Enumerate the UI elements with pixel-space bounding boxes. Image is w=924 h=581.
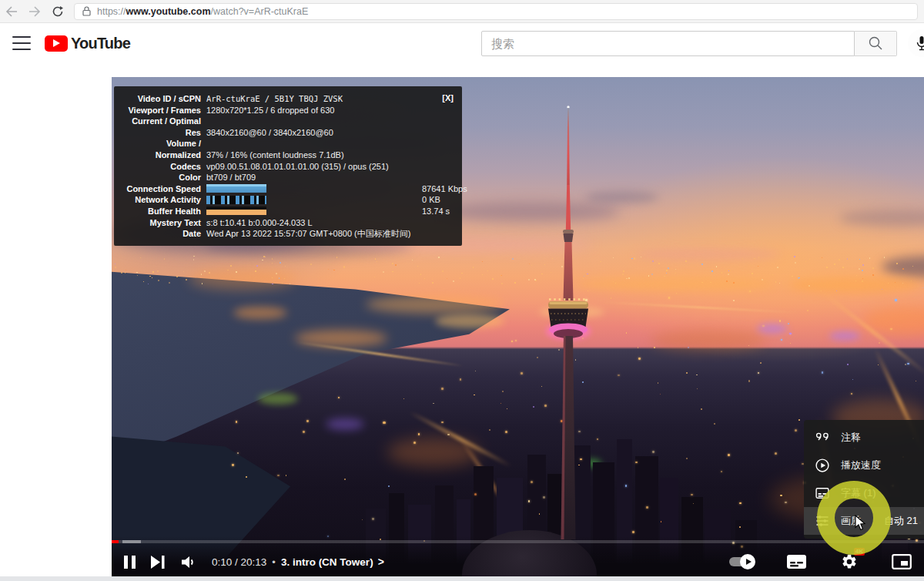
- city-light: [272, 263, 273, 264]
- stats-row: Connection Speed87641 Kbps: [122, 183, 454, 195]
- city-light: [246, 476, 247, 478]
- city-light: [204, 270, 206, 272]
- city-light-glow: [651, 330, 766, 351]
- player-control-bar: 0:10 / 20:13 • 3. intro (CN Tower) > 4K: [112, 547, 924, 576]
- stats-row: Codecsvp09.00.51.08.01.01.01.01.00 (315)…: [122, 161, 454, 173]
- city-light: [668, 297, 670, 298]
- city-light: [474, 395, 474, 395]
- city-light: [618, 374, 620, 377]
- next-button[interactable]: [151, 556, 166, 569]
- city-light: [888, 283, 889, 284]
- menu-hamburger-button[interactable]: [12, 36, 31, 50]
- city-light: [461, 273, 462, 274]
- stats-label: Buffer Health: [122, 206, 201, 217]
- city-light: [905, 364, 906, 365]
- city-light: [882, 289, 882, 290]
- city-light: [632, 531, 634, 533]
- stats-row: Normalized37% / 16% (content loudness 7.…: [122, 149, 454, 161]
- autoplay-toggle[interactable]: [729, 557, 752, 566]
- cloud: [635, 248, 782, 260]
- city-light: [625, 485, 627, 486]
- play-circle-icon: [814, 457, 831, 474]
- city-light: [236, 271, 236, 272]
- city-light: [514, 282, 516, 284]
- city-light: [230, 265, 232, 267]
- city-light: [822, 371, 823, 373]
- subtitles-button[interactable]: [786, 554, 807, 569]
- voice-search-button[interactable]: [908, 29, 924, 57]
- time-display: 0:10 / 20:13: [212, 556, 266, 568]
- video-player[interactable]: 0:10 / 20:13 • 3. intro (CN Tower) > 4K: [112, 77, 924, 576]
- city-light: [474, 493, 477, 495]
- back-arrow-icon: [5, 6, 18, 17]
- stats-row: Buffer Health13.74 s: [122, 206, 454, 217]
- miniplayer-button[interactable]: [892, 554, 912, 569]
- menu-item-playback-speed[interactable]: 播放速度: [804, 452, 924, 479]
- autoplay-toggle-icon: [729, 557, 752, 566]
- city-light: [834, 264, 835, 265]
- chapter-chevron-icon[interactable]: >: [378, 556, 384, 568]
- city-light: [232, 464, 234, 466]
- stats-row: Colorbt709 / bt709: [122, 172, 454, 183]
- city-light: [282, 283, 283, 284]
- city-light: [432, 282, 434, 284]
- browser-back-button[interactable]: [0, 2, 23, 21]
- browser-reload-button[interactable]: [46, 2, 69, 21]
- city-light: [754, 258, 755, 259]
- screen: https://www.youtube.com/watch?v=ArR-ctuK…: [0, 0, 924, 581]
- browser-forward-button[interactable]: [23, 2, 46, 21]
- volume-icon: [181, 556, 196, 569]
- city-light: [826, 267, 828, 268]
- city-light: [902, 268, 904, 270]
- city-light: [779, 320, 781, 321]
- youtube-logo[interactable]: YouTube: [45, 35, 130, 52]
- city-light: [492, 278, 494, 280]
- subtitles-control-icon: [786, 554, 807, 569]
- city-light: [306, 420, 309, 422]
- city-light: [227, 270, 229, 271]
- city-light: [762, 279, 763, 280]
- city-light: [872, 274, 873, 275]
- city-light: [775, 452, 777, 455]
- city-light: [634, 257, 635, 259]
- menu-item-annotations[interactable]: 注释: [804, 424, 924, 452]
- chapter-title[interactable]: 3. intro (CN Tower): [281, 556, 373, 568]
- stats-value: 1280x720*1.25 / 6 dropped of 630: [206, 105, 334, 116]
- city-light: [760, 362, 762, 364]
- progress-bar[interactable]: [112, 540, 924, 543]
- city-light: [280, 262, 281, 264]
- page-bottom-strip: [0, 576, 924, 581]
- city-light: [895, 299, 896, 301]
- city-light-glow: [829, 331, 860, 341]
- city-light: [343, 266, 345, 267]
- city-light: [711, 270, 712, 271]
- youtube-header: YouTube: [0, 23, 924, 63]
- city-light-glow: [233, 307, 287, 319]
- volume-button[interactable]: [181, 556, 196, 569]
- search-button[interactable]: [855, 31, 897, 56]
- city-light: [666, 270, 668, 271]
- stats-label: Res: [122, 127, 201, 139]
- city-light: [482, 261, 483, 262]
- stats-label: Codecs: [122, 161, 201, 173]
- settings-button[interactable]: 4K: [841, 553, 858, 570]
- cn-tower: [537, 100, 599, 576]
- city-light: [862, 280, 863, 282]
- mouse-cursor: [855, 515, 866, 531]
- city-light: [777, 267, 778, 268]
- search-input[interactable]: [481, 31, 855, 56]
- stats-label: Mystery Text: [122, 217, 201, 229]
- city-light-glow: [366, 295, 504, 314]
- city-light: [654, 347, 655, 348]
- city-light: [792, 276, 792, 277]
- stats-row: Viewport / Frames1280x720*1.25 / 6 dropp…: [122, 105, 454, 116]
- next-icon: [151, 556, 166, 569]
- stats-value: ArR-ctuKraE / 5B1Y TBQJ ZVSK: [206, 93, 343, 105]
- address-bar[interactable]: https://www.youtube.com/watch?v=ArR-ctuK…: [74, 3, 918, 20]
- forward-arrow-icon: [28, 6, 41, 17]
- pause-button[interactable]: [124, 556, 136, 569]
- stats-label: Viewport / Frames: [122, 105, 201, 116]
- city-light: [798, 419, 800, 421]
- city-light: [648, 275, 649, 276]
- city-light: [286, 475, 286, 475]
